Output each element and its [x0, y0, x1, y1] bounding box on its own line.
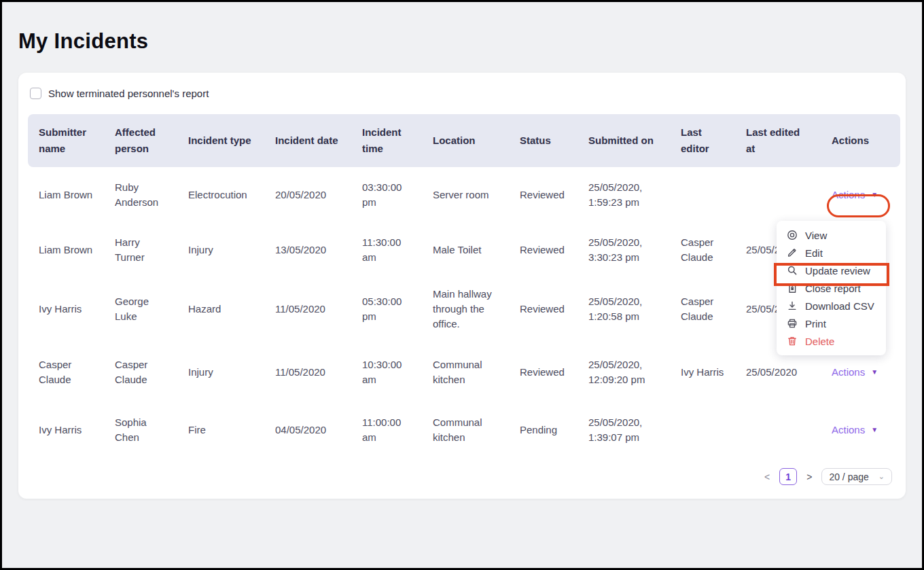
column-header-status: Status	[509, 114, 578, 167]
file-lock-icon	[787, 283, 798, 293]
eye-icon	[787, 230, 798, 241]
cell-submitter-name: Liam Brown	[28, 167, 104, 222]
table-row: Liam Brown Harry Turner Injury 13/05/202…	[28, 222, 900, 277]
page-number-button[interactable]: 1	[779, 468, 797, 485]
cell-status: Reviewed	[509, 222, 578, 277]
next-page-button[interactable]: >	[804, 470, 815, 484]
cell-submitted-on: 25/05/2020, 1:59:23 pm	[578, 167, 670, 222]
cell-submitted-on: 25/05/2020, 1:20:58 pm	[578, 277, 670, 341]
chevron-down-icon: ▼	[871, 192, 878, 198]
incidents-card: Show terminated personnel's report Submi…	[18, 73, 906, 499]
column-header-affected-person: Affected person	[104, 114, 177, 167]
column-header-location: Location	[422, 114, 509, 167]
terminated-checkbox-label: Show terminated personnel's report	[48, 88, 209, 99]
column-header-actions: Actions	[821, 114, 900, 167]
page-title: My Incidents	[18, 29, 906, 54]
cell-incident-date: 11/05/2020	[264, 341, 351, 403]
cell-incident-time: 03:30:00 pm	[351, 167, 422, 222]
menu-item-edit[interactable]: Edit	[777, 244, 886, 262]
printer-icon	[787, 318, 798, 329]
terminated-filter-row: Show terminated personnel's report	[30, 88, 896, 99]
column-header-last-editor: Last editor	[670, 114, 735, 167]
pencil-icon	[787, 247, 798, 258]
cell-last-edited-at	[735, 167, 821, 222]
page-size-value: 20 / page	[829, 471, 868, 482]
cell-status: Pending	[509, 403, 578, 457]
cell-last-editor	[670, 167, 735, 222]
cell-submitter-name: Ivy Harris	[28, 403, 104, 457]
column-header-submitted-on: Submitted on	[578, 114, 670, 167]
cell-submitter-name: Casper Claude	[28, 341, 104, 403]
column-header-incident-type: Incident type	[177, 114, 264, 167]
cell-location: Male Toilet	[422, 222, 509, 277]
cell-affected-person: Casper Claude	[104, 341, 177, 403]
cell-incident-date: 04/05/2020	[264, 403, 351, 457]
cell-incident-type: Hazard	[177, 277, 264, 341]
column-header-submitter-name: Submitter name	[28, 114, 104, 167]
cell-affected-person: Sophia Chen	[104, 403, 177, 457]
cell-status: Reviewed	[509, 277, 578, 341]
cell-location: Main hallway through the office.	[422, 277, 509, 341]
cell-last-edited-at	[735, 403, 821, 457]
cell-incident-time: 11:30:00 am	[351, 222, 422, 277]
cell-affected-person: Ruby Anderson	[104, 167, 177, 222]
menu-item-print[interactable]: Print	[777, 315, 886, 332]
column-header-last-edited-at: Last edited at	[735, 114, 821, 167]
cell-submitted-on: 25/05/2020, 1:39:07 pm	[578, 403, 670, 457]
cell-incident-time: 10:30:00 am	[351, 341, 422, 403]
pagination: < 1 > 20 / page ⌄	[28, 468, 892, 485]
cell-location: Communal kitchen	[422, 341, 509, 403]
terminated-checkbox[interactable]	[30, 88, 41, 99]
cell-submitted-on: 25/05/2020, 3:30:23 pm	[578, 222, 670, 277]
app-window: My Incidents Show terminated personnel's…	[0, 0, 924, 570]
cell-last-editor: Ivy Harris	[670, 341, 735, 403]
incidents-table: Submitter name Affected person Incident …	[28, 114, 900, 457]
column-header-incident-date: Incident date	[264, 114, 351, 167]
prev-page-button[interactable]: <	[762, 470, 772, 484]
column-header-incident-time: Incident time	[351, 114, 422, 167]
cell-incident-date: 11/05/2020	[264, 277, 351, 341]
actions-button[interactable]: Actions▼	[832, 423, 878, 438]
table-row: Liam Brown Ruby Anderson Electrocution 2…	[28, 167, 900, 222]
menu-item-view[interactable]: View	[777, 226, 886, 244]
table-row: Casper Claude Casper Claude Injury 11/05…	[28, 341, 900, 403]
cell-incident-date: 13/05/2020	[264, 222, 351, 277]
download-icon	[787, 300, 798, 311]
chevron-down-icon: ▼	[871, 427, 878, 433]
table-row: Ivy Harris George Luke Hazard 11/05/2020…	[28, 277, 900, 341]
actions-dropdown-menu: View Edit Update review Close report Dow…	[777, 221, 886, 355]
cell-affected-person: George Luke	[104, 277, 177, 341]
cell-location: Server room	[422, 167, 509, 222]
actions-button[interactable]: Actions▼	[832, 365, 878, 380]
table-row: Ivy Harris Sophia Chen Fire 04/05/2020 1…	[28, 403, 900, 457]
chevron-down-icon: ▼	[871, 369, 878, 376]
magnifier-icon	[787, 265, 798, 276]
menu-item-close-report[interactable]: Close report	[777, 279, 886, 297]
menu-item-update-review[interactable]: Update review	[777, 262, 886, 279]
table-header-row: Submitter name Affected person Incident …	[28, 114, 900, 167]
cell-submitter-name: Ivy Harris	[28, 277, 104, 341]
cell-location: Communal kitchen	[422, 403, 509, 457]
menu-item-download-csv[interactable]: Download CSV	[777, 297, 886, 315]
trash-icon	[787, 336, 798, 346]
cell-incident-type: Electrocution	[177, 167, 264, 222]
cell-submitter-name: Liam Brown	[28, 222, 104, 277]
menu-item-delete[interactable]: Delete	[777, 332, 886, 350]
cell-incident-time: 11:00:00 am	[351, 403, 422, 457]
cell-last-editor: Casper Claude	[670, 277, 735, 341]
chevron-down-icon: ⌄	[878, 472, 885, 481]
cell-affected-person: Harry Turner	[104, 222, 177, 277]
cell-status: Reviewed	[509, 167, 578, 222]
cell-last-editor: Casper Claude	[670, 222, 735, 277]
cell-last-editor	[670, 403, 735, 457]
cell-submitted-on: 25/05/2020, 12:09:20 pm	[578, 341, 670, 403]
actions-button[interactable]: Actions▼	[832, 188, 878, 202]
cell-incident-type: Fire	[177, 403, 264, 457]
cell-incident-type: Injury	[177, 222, 264, 277]
cell-incident-date: 20/05/2020	[264, 167, 351, 222]
cell-incident-time: 05:30:00 pm	[351, 277, 422, 341]
page-size-select[interactable]: 20 / page ⌄	[821, 468, 892, 485]
cell-status: Reviewed	[509, 341, 578, 403]
cell-incident-type: Injury	[177, 341, 264, 403]
